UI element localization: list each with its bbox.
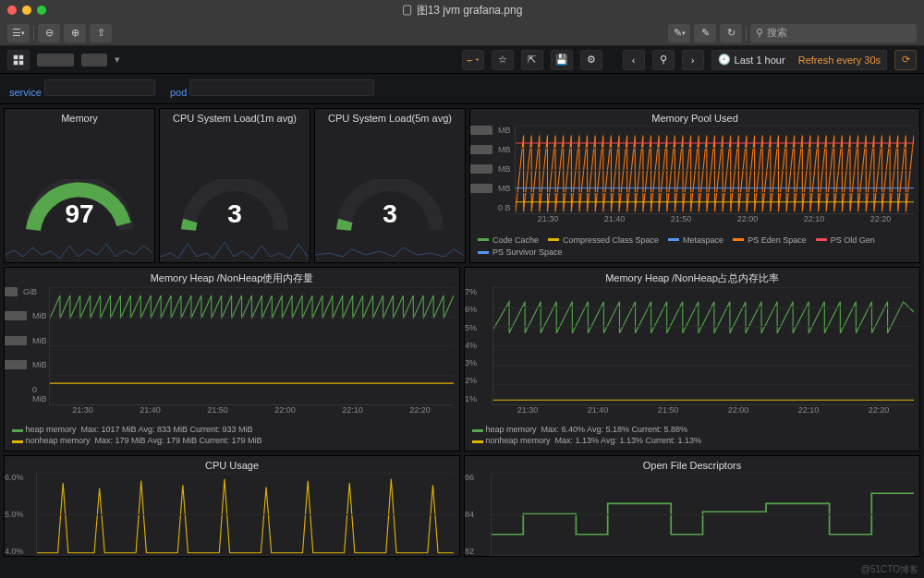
y-axis: MB MB MB MB 0 B [470, 126, 515, 212]
variable-bar: service pod [0, 74, 924, 104]
panel-cpu-usage[interactable]: CPU Usage 6.0%5.0%4.0% [4, 455, 460, 557]
grid-icon[interactable] [7, 50, 30, 70]
panel-cpu-5m-gauge[interactable]: CPU System Load(5m avg) 3 [314, 108, 466, 263]
add-panel-icon[interactable]: ⫟⁺ [462, 50, 484, 70]
mac-zoom[interactable] [37, 6, 46, 15]
var-pod-value[interactable] [189, 79, 374, 96]
y-axis: GiB MiB MiB MiB 0 MiB [5, 287, 49, 403]
svg-rect-0 [404, 6, 411, 15]
legend: Code CacheCompressed Class SpaceMetaspac… [470, 229, 919, 262]
rotate-icon[interactable]: ↻ [720, 24, 742, 42]
svg-rect-4 [19, 60, 24, 65]
y-axis: 868482 [465, 473, 491, 556]
zoom-in[interactable]: ⊕ [64, 24, 86, 42]
sparkline [160, 236, 308, 262]
var-pod-label: pod [170, 87, 187, 98]
breadcrumb-item[interactable] [37, 54, 74, 66]
y-axis: 6.0%5.0%4.0% [5, 473, 36, 556]
panel-heap-usage[interactable]: Memory Heap /NonHeap使用内存量 GiB MiB MiB Mi… [4, 267, 460, 452]
save-icon[interactable]: 💾 [551, 50, 573, 70]
sparkline [5, 236, 152, 262]
panel-open-fds[interactable]: Open File Descriptors 868482 [464, 455, 920, 557]
file-icon [402, 5, 413, 16]
markup-icon[interactable]: ✎ [694, 24, 716, 42]
star-icon[interactable]: ☆ [492, 50, 514, 70]
mac-toolbar: ☰▾ ⊖ ⊕ ⇧ ✎▾ ✎ ↻ ⚲ 搜索 [0, 20, 924, 46]
panel-memory-pool[interactable]: Memory Pool Used MB MB MB MB 0 B [469, 108, 920, 263]
zoom-out[interactable]: ⊖ [38, 24, 60, 42]
edit-icon[interactable]: ✎▾ [668, 24, 690, 42]
sparkline [315, 236, 463, 262]
mac-close[interactable] [7, 6, 17, 15]
svg-rect-2 [19, 54, 24, 59]
svg-rect-1 [14, 54, 18, 59]
grafana-toolbar: ▾ ⫟⁺ ☆ ⇱ 💾 ⚙ ‹ ⚲ › 🕘 Last 1 hour Refresh… [0, 46, 924, 74]
x-axis: 21:3021:4021:5022:0022:1022:20 [49, 405, 454, 420]
legend: heap memory Max: 6.40% Avg: 5.18% Curren… [465, 420, 919, 451]
panel-heap-ratio[interactable]: Memory Heap /NonHeap占总内存比率 7%6%5%4%3%2%1… [464, 267, 920, 452]
back-icon[interactable]: ‹ [623, 50, 645, 70]
share-icon[interactable]: ⇱ [521, 50, 543, 70]
x-axis: 21:3021:4021:5022:0022:1022:20 [515, 214, 914, 229]
x-axis: 21:3021:4021:5022:0022:1022:20 [492, 405, 914, 420]
mac-minimize[interactable] [22, 6, 31, 15]
window-title: 图13 jvm grafana.png [402, 3, 523, 18]
refresh-icon[interactable]: ⟳ [894, 50, 917, 70]
breadcrumb-item[interactable] [81, 54, 107, 66]
dashboard: Memory 97 CPU System Load(1m avg) 3 [0, 104, 924, 560]
zoom-icon[interactable]: ⚲ [652, 50, 675, 70]
var-service-label: service [9, 87, 42, 98]
share-icon[interactable]: ⇧ [90, 24, 112, 42]
panel-memory-gauge[interactable]: Memory 97 [4, 108, 155, 263]
forward-icon[interactable]: › [682, 50, 704, 70]
svg-rect-3 [14, 60, 18, 65]
var-service-value[interactable] [44, 79, 155, 96]
settings-icon[interactable]: ⚙ [580, 50, 602, 70]
sidebar-toggle[interactable]: ☰▾ [7, 24, 30, 42]
mac-titlebar: 图13 jvm grafana.png [0, 0, 924, 20]
legend: heap memory Max: 1017 MiB Avg: 833 MiB C… [5, 420, 459, 451]
time-picker[interactable]: 🕘 Last 1 hour Refresh every 30s [711, 50, 887, 70]
mac-search[interactable]: ⚲ 搜索 [750, 24, 917, 42]
panel-cpu-1m-gauge[interactable]: CPU System Load(1m avg) 3 [159, 108, 310, 263]
watermark: @51CTO博客 [861, 563, 918, 576]
y-axis: 7%6%5%4%3%2%1% [465, 287, 492, 403]
